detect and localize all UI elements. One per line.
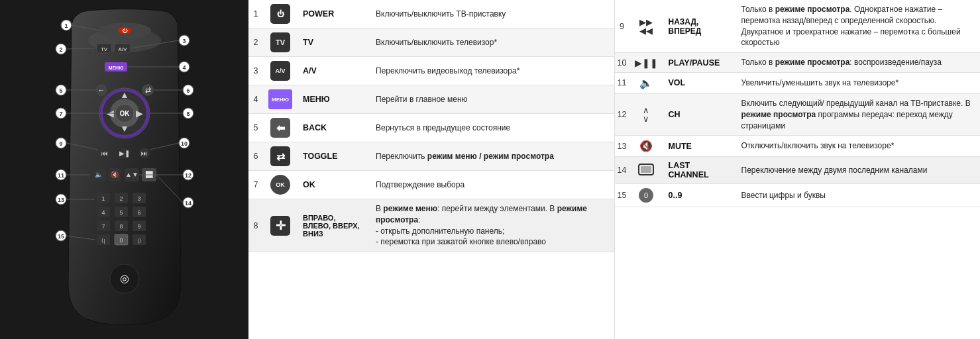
table-row: 9 ▶▶ ◀◀ НАЗАД, ВПЕРЕД Только в режиме пр… <box>615 0 981 53</box>
row-number: 7 <box>248 171 263 199</box>
toggle-icon: ⇄ <box>270 146 290 166</box>
svg-text:2: 2 <box>119 195 123 202</box>
svg-text:TV: TV <box>100 46 107 52</box>
ff-icon: ▶▶ <box>639 18 653 26</box>
row-number: 5 <box>248 114 263 142</box>
button-icon-cell: ▶❚❚ <box>629 53 663 73</box>
svg-text:A/V: A/V <box>118 46 127 52</box>
row-number: 3 <box>248 57 263 85</box>
svg-text:9: 9 <box>137 223 140 230</box>
button-icon-cell: 🔈 <box>629 72 663 93</box>
table-row: 3 A/V A/V Переключить видеовыход телевиз… <box>248 57 614 85</box>
button-desc: Перейти в главное меню <box>370 85 614 114</box>
svg-text:МЕНЮ: МЕНЮ <box>108 66 123 70</box>
button-name: 0..9 <box>663 184 736 207</box>
button-icon-cell: ⇄ <box>263 142 298 171</box>
button-name: TV <box>298 28 370 57</box>
table-row: 15 0 0..9 Ввести цифры и буквы <box>615 184 981 207</box>
row-number: 6 <box>248 142 263 171</box>
svg-text:7: 7 <box>101 223 105 230</box>
button-desc: Увеличить/уменьшить звук на телевизоре* <box>736 72 981 93</box>
button-desc: Подтверждение выбора <box>370 171 614 199</box>
rew-icon: ◀◀ <box>639 26 653 35</box>
table-row: 14 LAST CHANNEL Переключение между двумя… <box>615 157 981 184</box>
button-icon-cell: ⬅ <box>263 114 298 142</box>
svg-text:⏮: ⏮ <box>101 150 108 157</box>
zero-num-icon: 0 <box>639 188 653 203</box>
table-row: 8 ✛ ВПРАВО, ВЛЕВО, ВВЕРХ, ВНИЗ В режиме … <box>248 199 614 252</box>
svg-text:8: 8 <box>119 223 123 230</box>
info-table-area: 1 ⏻ POWER Включить/выключить ТВ-приставк… <box>248 0 980 339</box>
svg-text:OK: OK <box>119 110 130 117</box>
button-desc: Только в режиме просмотра: воспроизведен… <box>736 53 981 73</box>
svg-text:1: 1 <box>64 23 68 29</box>
svg-text:▼: ▼ <box>120 123 129 134</box>
button-icon-cell: ✛ <box>263 199 298 252</box>
svg-text:6: 6 <box>137 209 140 216</box>
vol-icon: 🔈 <box>639 77 653 89</box>
button-desc: Включить/выключить телевизор* <box>370 28 614 57</box>
table-row: 7 OK OK Подтверждение выбора <box>248 171 614 199</box>
svg-text:🔈: 🔈 <box>95 170 103 179</box>
svg-text:▶❚: ▶❚ <box>119 150 130 158</box>
mute-icon: 🔇 <box>639 140 653 152</box>
button-name: TOGGLE <box>298 142 370 171</box>
svg-text:🔇: 🔇 <box>111 170 119 179</box>
row-number: 4 <box>248 85 263 114</box>
svg-text:▲: ▲ <box>120 89 129 100</box>
row-number: 2 <box>248 28 263 57</box>
button-icon-cell: МЕНЮ <box>263 85 298 114</box>
table-row: 6 ⇄ TOGGLE Переключить режим меню / режи… <box>248 142 614 171</box>
row-number: 11 <box>615 72 629 93</box>
remote-svg: ⏻ TV A/V МЕНЮ ← ⇄ ▲ ▼ ◀ ▶ <box>52 4 197 335</box>
button-desc: Только в режиме просмотра. Однократное н… <box>736 0 981 53</box>
svg-rect-109 <box>641 166 651 173</box>
svg-text:12: 12 <box>184 172 191 179</box>
svg-text:⟨|: ⟨| <box>101 238 105 244</box>
button-desc: Включить следующий/ предыдущий канал на … <box>736 93 981 135</box>
button-desc: Ввести цифры и буквы <box>736 184 981 207</box>
av-icon: A/V <box>270 61 290 81</box>
arrow-icon: ✛ <box>270 216 290 236</box>
row-number: 15 <box>615 184 629 207</box>
svg-text:7: 7 <box>59 111 62 117</box>
button-icon-cell: 🔇 <box>629 136 663 157</box>
svg-text:1: 1 <box>101 195 105 202</box>
svg-text:3: 3 <box>137 195 140 202</box>
svg-text:6: 6 <box>186 87 190 94</box>
svg-text:|⟩: |⟩ <box>137 238 140 244</box>
button-desc: Переключить режим меню / режим просмотра <box>370 142 614 171</box>
button-icon-cell: TV <box>263 28 298 57</box>
table-row: 1 ⏻ POWER Включить/выключить ТВ-приставк… <box>248 0 614 28</box>
table-row: 4 МЕНЮ МЕНЮ Перейти в главное меню <box>248 85 614 114</box>
svg-text:⏭: ⏭ <box>141 150 148 157</box>
button-desc: Включить/выключить ТВ-приставку <box>370 0 614 28</box>
table-row: 12 ∧ ∨ CH Включить следующий/ предыдущий… <box>615 93 981 135</box>
button-icon-cell <box>629 157 663 184</box>
button-name: НАЗАД, ВПЕРЕД <box>663 0 736 53</box>
svg-text:3: 3 <box>182 38 186 44</box>
svg-text:4: 4 <box>101 209 105 216</box>
button-name: LAST CHANNEL <box>663 157 736 184</box>
button-desc: Вернуться в предыдущее состояние <box>370 114 614 142</box>
row-number: 12 <box>615 93 629 135</box>
svg-text:▶: ▶ <box>135 108 142 119</box>
button-name: A/V <box>298 57 370 85</box>
row-number: 1 <box>248 0 263 28</box>
power-icon: ⏻ <box>270 4 290 24</box>
row-number: 9 <box>615 0 629 53</box>
row-number: 14 <box>615 157 629 184</box>
button-name: PLAY/PAUSE <box>663 53 736 73</box>
svg-text:←: ← <box>97 86 105 94</box>
last-channel-icon <box>637 163 655 176</box>
svg-text:0: 0 <box>119 237 123 244</box>
ch-down-icon: ∨ <box>643 115 649 123</box>
svg-text:9: 9 <box>59 140 62 147</box>
button-name: ВПРАВО, ВЛЕВО, ВВЕРХ, ВНИЗ <box>298 199 370 252</box>
button-name: OK <box>298 171 370 199</box>
button-name: CH <box>663 93 736 135</box>
ok-icon: OK <box>270 175 290 195</box>
button-desc: В режиме меню: перейти между элементами.… <box>370 199 614 252</box>
left-info-table: 1 ⏻ POWER Включить/выключить ТВ-приставк… <box>248 0 615 339</box>
menu-icon: МЕНЮ <box>268 89 292 109</box>
